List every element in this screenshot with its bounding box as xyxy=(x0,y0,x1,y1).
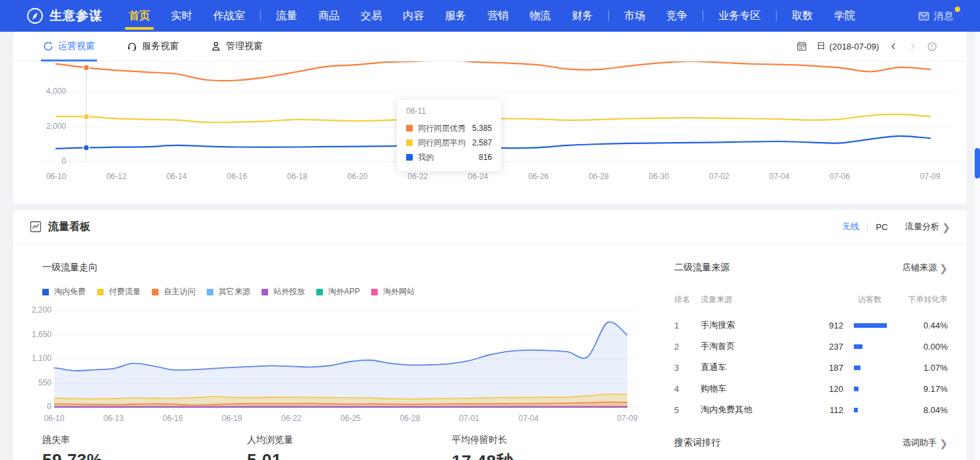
y-tick-label: 1,650 xyxy=(15,330,52,339)
scrollbar-thumb[interactable] xyxy=(975,148,980,178)
nav-item[interactable]: 实时 xyxy=(160,0,203,32)
visitors-bar-fill xyxy=(854,323,887,328)
source-table-row[interactable]: 5淘内免费其他1128.04% xyxy=(674,399,948,420)
source-table-row[interactable]: 1手淘搜索9120.44% xyxy=(674,315,948,336)
shop-source-link[interactable]: 店铺来源 ❯ xyxy=(902,262,948,274)
tooltip-row: 我的816 xyxy=(406,150,492,165)
traffic-board-title-wrap: 流量看板 xyxy=(30,220,90,234)
visitors-bar xyxy=(843,344,901,349)
traffic-board-header: 流量看板 无线 PC 流量分析 ❯ xyxy=(13,210,967,244)
prev-day-button[interactable] xyxy=(889,42,898,51)
nav-item[interactable]: 服务 xyxy=(435,0,477,32)
legend-item[interactable]: 淘内免费 xyxy=(42,286,86,297)
source-visitors: 120 xyxy=(797,384,843,394)
date-picker[interactable]: 日 (2018-07-09) xyxy=(817,40,879,52)
tab-service[interactable]: 服务视窗 xyxy=(127,32,179,61)
nav-item[interactable]: 流量 xyxy=(265,0,308,32)
source-table-row[interactable]: 3直通车1871.07% xyxy=(674,357,948,378)
tab-manage[interactable]: 管理视窗 xyxy=(211,32,263,61)
x-tick-label: 06-13 xyxy=(103,414,123,423)
source-visitors: 912 xyxy=(797,321,843,330)
nav-item[interactable]: 商品 xyxy=(308,0,350,32)
x-tick-label: 07-01 xyxy=(459,414,479,423)
source-name[interactable]: 手淘搜索 xyxy=(701,319,797,331)
source-conversion: 0.00% xyxy=(901,342,948,352)
next-day-button[interactable] xyxy=(908,42,917,51)
legend-label: 淘外APP xyxy=(328,286,360,297)
nav-item[interactable]: 财务 xyxy=(561,0,604,32)
y-tick-label: 0 xyxy=(26,157,66,166)
x-tick-label: 06-22 xyxy=(281,414,302,423)
source-name[interactable]: 淘内免费其他 xyxy=(701,404,797,416)
nav-item[interactable]: 取数 xyxy=(781,0,823,32)
info-icon[interactable] xyxy=(927,42,937,52)
brand[interactable]: 生意参谋 xyxy=(26,7,102,24)
source-visitors: 237 xyxy=(797,342,843,352)
service-icon xyxy=(127,41,137,52)
y-tick-label: 550 xyxy=(15,378,52,387)
date-granularity: 日 xyxy=(817,40,825,52)
secondary-source-header: 二级流量来源 店铺来源 ❯ xyxy=(674,262,948,274)
traffic-analysis-link[interactable]: 流量分析 ❯ xyxy=(905,221,950,233)
source-conversion: 0.44% xyxy=(901,321,948,330)
device-toggle-wireless[interactable]: 无线 xyxy=(842,221,859,233)
tooltip-row: 同行同层平均2,587 xyxy=(406,135,492,150)
nav-item[interactable]: 内容 xyxy=(392,0,435,32)
nav-divider xyxy=(260,11,261,21)
calendar-icon[interactable] xyxy=(796,41,807,52)
nav-item[interactable]: 首页 xyxy=(118,0,160,32)
line-chart-icon xyxy=(30,221,42,233)
source-table-row[interactable]: 2手淘首页2370.00% xyxy=(674,336,948,357)
primary-trend-title: 一级流量走向 xyxy=(42,262,98,274)
nav-menu: 首页实时作战室流量商品交易内容服务营销物流财务市场竞争业务专区取数学院 xyxy=(118,0,866,32)
legend-item[interactable]: 自主访问 xyxy=(152,286,195,297)
y-tick-label: 4,000 xyxy=(26,87,66,96)
tooltip-series-value: 816 xyxy=(479,153,492,162)
x-tick-label: 06-12 xyxy=(106,172,127,181)
legend-swatch xyxy=(97,289,104,295)
x-tick-label: 06-10 xyxy=(44,414,65,423)
nav-item[interactable]: 市场 xyxy=(613,0,656,32)
stat-value: 5.01 xyxy=(247,450,452,460)
nav-item[interactable]: 营销 xyxy=(477,0,519,32)
visitors-bar xyxy=(843,323,901,328)
nav-item[interactable]: 学院 xyxy=(823,0,866,32)
nav-item[interactable]: 业务专区 xyxy=(708,0,771,32)
industry-trend-card: 运营视窗服务视窗管理视窗 日 (2018-07-09) 02,0004,000 … xyxy=(13,32,967,204)
source-table-row[interactable]: 4购物车1209.17% xyxy=(674,378,948,399)
source-rank: 3 xyxy=(674,363,701,373)
nav-item[interactable]: 交易 xyxy=(350,0,392,32)
legend-item[interactable]: 其它来源 xyxy=(207,286,250,297)
legend-label: 站外投放 xyxy=(273,286,305,297)
source-name[interactable]: 直通车 xyxy=(701,362,797,373)
brand-name: 生意参谋 xyxy=(50,7,102,24)
nav-item[interactable]: 竞争 xyxy=(656,0,698,32)
hover-dot xyxy=(83,145,89,151)
source-name[interactable]: 手淘首页 xyxy=(701,340,797,352)
device-toggle-pc[interactable]: PC xyxy=(876,222,888,232)
top-nav: 生意参谋 首页实时作战室流量商品交易内容服务营销物流财务市场竞争业务专区取数学院… xyxy=(0,0,980,32)
x-tick-label: 06-28 xyxy=(588,172,609,181)
search-rank-title: 搜索词排行 xyxy=(674,437,720,449)
x-tick-label: 07-06 xyxy=(829,172,850,181)
tab-operate[interactable]: 运营视窗 xyxy=(43,32,95,61)
legend-item[interactable]: 站外投放 xyxy=(262,286,305,297)
y-tick-label: 2,200 xyxy=(15,305,52,315)
tab-label: 运营视窗 xyxy=(58,40,95,52)
legend-item[interactable]: 淘外APP xyxy=(316,286,360,297)
word-assistant-link[interactable]: 选词助手 ❯ xyxy=(902,437,948,449)
legend-label: 其它来源 xyxy=(219,286,250,297)
scrollbar-track[interactable] xyxy=(975,32,980,460)
message-button[interactable]: 消息 xyxy=(919,10,962,22)
legend-item[interactable]: 淘外网站 xyxy=(371,286,415,297)
tooltip-series-label: 同行同层优秀 xyxy=(418,123,466,134)
sycm-dashboard: 生意参谋 首页实时作战室流量商品交易内容服务营销物流财务市场竞争业务专区取数学院… xyxy=(0,0,980,460)
nav-item[interactable]: 作战室 xyxy=(203,0,256,32)
legend-item[interactable]: 付费流量 xyxy=(97,286,141,297)
nav-item[interactable]: 物流 xyxy=(519,0,561,32)
visitors-bar-fill xyxy=(854,365,860,370)
stat-block: 人均浏览量5.01 xyxy=(247,434,452,460)
source-conversion: 1.07% xyxy=(901,363,948,373)
primary-trend-chart[interactable] xyxy=(13,300,660,414)
source-name[interactable]: 购物车 xyxy=(701,383,797,395)
